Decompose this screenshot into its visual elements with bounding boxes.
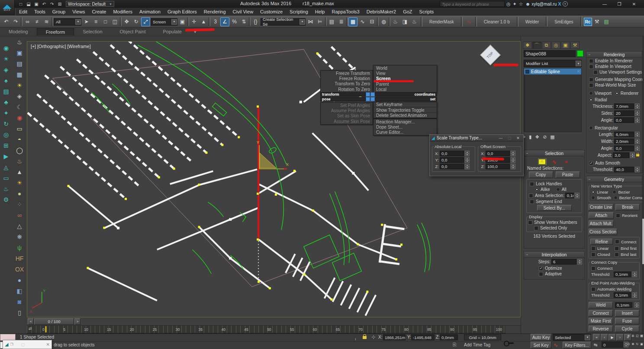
absolute-offset-toggle-icon[interactable]: ⊹ [371, 334, 375, 340]
area-light-icon[interactable]: ▭ [14, 124, 25, 133]
foliage-icon[interactable]: ✦ [1, 108, 11, 118]
absolute-z-spinner[interactable]: ▲▼ [465, 164, 470, 169]
quad-menu-item[interactable]: Transform To Zero [321, 81, 373, 87]
show-end-result-icon[interactable]: ▮ [529, 134, 531, 140]
help-icon[interactable]: ? [563, 1, 568, 6]
mini-floating-window[interactable]: ◢ ❐ ▢ ✕ [3, 340, 52, 349]
break-button[interactable]: Break [615, 204, 640, 210]
quad-menu-coord-item[interactable]: Parent [374, 81, 437, 87]
thickness-field[interactable]: 7,0mm [614, 103, 634, 109]
offset-z-spinner[interactable]: ▲▼ [511, 164, 515, 169]
toolbox-icon[interactable]: ⚒ [592, 17, 602, 26]
selection-lock-icon[interactable] [363, 336, 367, 339]
make-unique-icon[interactable]: ❖ [535, 134, 539, 140]
rectangular-radio[interactable]: Rectangular [589, 126, 639, 130]
undo-small-icon[interactable]: ↶ [41, 1, 48, 7]
align-icon[interactable]: ⊨ [316, 17, 325, 26]
render-teapot-icon[interactable]: ♨ [14, 37, 25, 47]
key-filters-button[interactable]: Key Filters... [563, 342, 591, 349]
window-crossing-icon[interactable]: ◫ [110, 17, 119, 26]
exchange-icon[interactable]: X [558, 1, 561, 6]
scene-explorer-icon[interactable]: ▦ [348, 17, 357, 26]
search-go-icon[interactable]: ◎ [506, 1, 511, 7]
use-viewport-settings-checkbox[interactable]: Use Viewport Settings [593, 70, 639, 74]
menu-item[interactable]: RappaTools3 [328, 9, 363, 14]
camera-icon[interactable]: ◈ [1, 65, 11, 74]
viewport-orthographic[interactable]: [+] [Orthographic] [Wireframe] TOP [27, 41, 521, 317]
steps-field[interactable]: 6 [551, 259, 576, 265]
quad-menu-item[interactable]: Freeze Rotation [321, 76, 373, 81]
fuse-button[interactable]: Fuse [615, 318, 639, 324]
redo-icon[interactable]: ↷ [11, 17, 20, 26]
menu-item[interactable]: Scripts [416, 9, 438, 14]
camera-mic-icon[interactable]: ◈ [14, 91, 25, 101]
named-selection-set-dropdown[interactable]: Create Selection Se ▼ [261, 18, 306, 26]
menu-item[interactable]: Tools [31, 9, 49, 14]
quad-menu-item[interactable]: Reaction Manager... [374, 119, 437, 124]
disc-light-icon[interactable]: ◯ [14, 145, 25, 155]
smooth-threshold-spinner[interactable]: ▲▼ [635, 167, 640, 172]
wire-teapot-icon[interactable]: ♨ [14, 156, 25, 166]
copy-button[interactable]: Copy [529, 171, 553, 178]
select-object-icon[interactable]: ➤ [82, 17, 91, 26]
quad-menu-item[interactable]: Set Keyframe [374, 102, 437, 107]
rendered-frame-icon[interactable]: ◨ [400, 17, 409, 26]
viewport-radio[interactable]: Viewport [589, 91, 612, 96]
sun-light-icon[interactable]: ☀ [14, 178, 25, 187]
ribbon-toggle-icon[interactable]: ≣ [337, 17, 346, 26]
open-file-icon[interactable]: ⬓ [25, 1, 32, 7]
new-key-mode-icon[interactable]: ∿ [554, 342, 558, 348]
selection-filter-dropdown[interactable]: All ▼ [54, 18, 81, 26]
list-panel-icon[interactable]: ▤ [14, 59, 25, 68]
weld-threshold-field[interactable]: 0,1mm [615, 302, 632, 308]
auto-key-button[interactable]: Auto Key [531, 334, 551, 341]
select-by-button[interactable]: Select By... [537, 205, 572, 211]
thickness-spinner[interactable]: ▲▼ [635, 103, 640, 109]
playblast-icon[interactable]: ▶ [1, 152, 11, 161]
quad-center-icon[interactable] [366, 92, 370, 97]
enable-in-viewport-checkbox[interactable]: Enable In Viewport [589, 64, 639, 69]
menu-item[interactable]: Customize [257, 9, 286, 14]
quad-menu-item[interactable]: Curve Editor... [374, 130, 437, 135]
welder-button[interactable]: Welder [520, 17, 544, 26]
object-color-swatch[interactable] [577, 50, 583, 57]
weld-button[interactable]: Weld [589, 302, 613, 308]
curve-editor-icon[interactable]: ∿ [358, 17, 367, 26]
attach-button[interactable]: Attach [589, 212, 614, 219]
project-folder-icon[interactable]: ⊞ [56, 1, 63, 7]
auto-smooth-checkbox[interactable]: Auto Smooth [589, 161, 639, 165]
bind-first-checkbox[interactable]: Bind first [615, 246, 637, 251]
configure-modifier-sets-icon[interactable]: ▦ [550, 134, 554, 140]
screenshot-icon[interactable]: ▣ [14, 48, 25, 58]
width-field[interactable]: 2,0mm [614, 139, 634, 144]
render-production-icon[interactable]: ♨ [410, 17, 419, 26]
smedges-button[interactable]: SmEdges [549, 17, 578, 26]
rendermask-button[interactable]: RenderMask [424, 17, 459, 26]
select-and-manipulate-icon[interactable]: ✛ [190, 17, 199, 26]
material-map-icon[interactable]: ◧ [14, 286, 25, 296]
spline-subobject-icon[interactable]: ≈ [562, 158, 571, 165]
monitor-icon[interactable]: ▭ [1, 173, 11, 183]
reorient-checkbox[interactable]: Reorient [616, 213, 638, 218]
menu-item[interactable]: Civil View [229, 9, 257, 14]
connect-button[interactable]: Connect [589, 310, 613, 317]
reverse-button[interactable]: Reverse [589, 326, 613, 332]
restore-icon[interactable]: ❐ [10, 343, 13, 346]
pyramid-icon[interactable]: △ [14, 221, 25, 231]
trees-icon[interactable]: ♠ [1, 76, 11, 85]
scatter-icon[interactable]: ⁘ [14, 200, 25, 209]
real-world-map-size-checkbox[interactable]: Real-World Map Size [589, 83, 639, 87]
angle-spinner[interactable]: ▲▼ [635, 117, 640, 123]
sun-icon[interactable]: ☀ [1, 54, 11, 64]
bind-to-space-warp-icon[interactable]: ≋ [42, 17, 51, 26]
area-selection-checkbox[interactable]: Area Selection: [529, 193, 564, 198]
reference-coordinate-dropdown[interactable]: Screen ▼ [151, 18, 177, 26]
segment-subobject-icon[interactable]: ∿ [550, 158, 559, 165]
make-first-button[interactable]: Make First [589, 318, 613, 324]
time-slider[interactable]: < 0 / 100 > [27, 317, 521, 326]
angle-snap-icon[interactable]: ∠ [220, 17, 229, 26]
angle-field[interactable]: 0,0 [614, 117, 634, 123]
autoweld-threshold-field[interactable]: 0,1mm [614, 292, 631, 298]
close-button[interactable]: ✕ [627, 0, 641, 8]
viewport-label[interactable]: [+] [Orthographic] [Wireframe] [31, 44, 91, 49]
